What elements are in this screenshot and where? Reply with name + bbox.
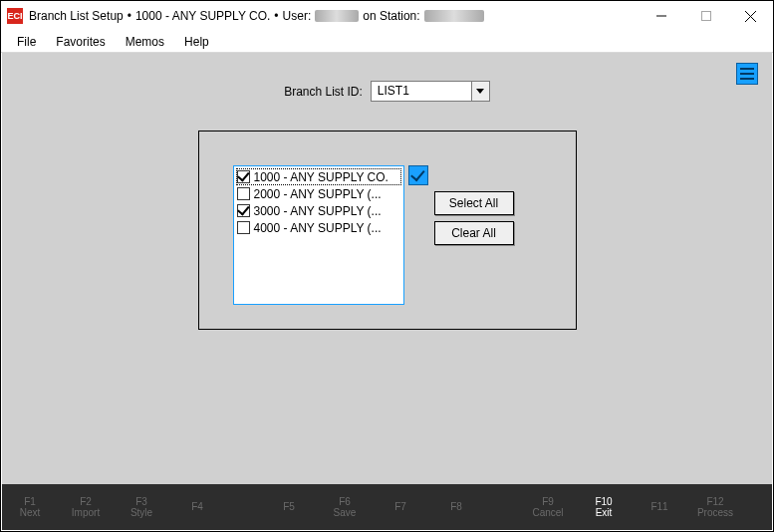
client-area: Branch List ID: LIST1 1000 - ANY SUPPLY … bbox=[2, 53, 772, 484]
fkey-f12[interactable]: F12Process bbox=[687, 496, 743, 519]
branch-id-label: Branch List ID: bbox=[284, 85, 363, 99]
list-item[interactable]: 4000 - ANY SUPPLY (... bbox=[236, 219, 401, 236]
menu-bar: File Favorites Memos Help bbox=[1, 31, 773, 53]
checkbox-icon[interactable] bbox=[237, 187, 250, 200]
fkey-key: F7 bbox=[373, 501, 428, 513]
fkey-label: Save bbox=[317, 507, 373, 519]
fkey-label: Import bbox=[58, 507, 114, 519]
minimize-icon bbox=[656, 11, 666, 21]
list-item-label: 4000 - ANY SUPPLY (... bbox=[254, 221, 382, 235]
fkey-f5[interactable]: F5 bbox=[261, 501, 317, 513]
fkey-f10[interactable]: F10Exit bbox=[576, 496, 632, 519]
fkey-f2[interactable]: F2Import bbox=[58, 496, 114, 519]
fkey-f11[interactable]: F11 bbox=[632, 501, 687, 513]
list-item-label: 3000 - ANY SUPPLY (... bbox=[254, 204, 382, 218]
chevron-down-icon[interactable] bbox=[471, 82, 489, 101]
function-key-bar: F1NextF2ImportF3StyleF4F5F6SaveF7F8F9Can… bbox=[2, 484, 772, 530]
branch-id-value: LIST1 bbox=[372, 82, 471, 101]
fkey-label: Cancel bbox=[520, 507, 576, 519]
branch-id-row: Branch List ID: LIST1 bbox=[2, 81, 772, 102]
title-sep: • bbox=[128, 9, 131, 23]
window-controls bbox=[639, 1, 773, 31]
maximize-button[interactable] bbox=[683, 1, 728, 31]
fkey-key: F1 bbox=[2, 496, 58, 508]
branch-listbox[interactable]: 1000 - ANY SUPPLY CO.2000 - ANY SUPPLY (… bbox=[233, 165, 404, 305]
title-user-prefix: User: bbox=[283, 9, 312, 23]
fkey-key: F6 bbox=[317, 496, 373, 508]
fkey-f6[interactable]: F6Save bbox=[317, 496, 373, 519]
fkey-key: F8 bbox=[428, 501, 484, 513]
menu-memos[interactable]: Memos bbox=[118, 33, 172, 51]
fkey-key: F12 bbox=[687, 496, 743, 508]
close-button[interactable] bbox=[728, 1, 773, 31]
fkey-key: F11 bbox=[632, 501, 687, 513]
fkey-f7[interactable]: F7 bbox=[373, 501, 428, 513]
title-station-prefix: on Station: bbox=[363, 9, 419, 23]
title-company: 1000 - ANY SUPPLY CO. bbox=[135, 9, 270, 23]
list-item-label: 1000 - ANY SUPPLY CO. bbox=[254, 170, 388, 184]
fkey-key: F3 bbox=[114, 496, 169, 508]
fkey-key: F10 bbox=[576, 496, 632, 508]
app-icon: ECI bbox=[7, 8, 23, 24]
title-bar: ECI Branch List Setup • 1000 - ANY SUPPL… bbox=[1, 1, 773, 31]
check-toggle-icon[interactable] bbox=[408, 165, 428, 185]
title-sep: • bbox=[274, 9, 278, 23]
fkey-label: Process bbox=[687, 507, 743, 519]
menu-help[interactable]: Help bbox=[176, 33, 217, 51]
fkey-f1[interactable]: F1Next bbox=[2, 496, 58, 519]
minimize-button[interactable] bbox=[639, 1, 683, 31]
select-all-button[interactable]: Select All bbox=[434, 191, 514, 215]
checkbox-icon[interactable] bbox=[237, 204, 250, 217]
title-window-name: Branch List Setup bbox=[29, 9, 124, 23]
fkey-label: Exit bbox=[576, 507, 632, 519]
fkey-f4[interactable]: F4 bbox=[169, 501, 225, 513]
svg-rect-1 bbox=[701, 12, 710, 21]
maximize-icon bbox=[701, 11, 711, 21]
branch-panel: 1000 - ANY SUPPLY CO.2000 - ANY SUPPLY (… bbox=[198, 131, 577, 330]
fkey-f9[interactable]: F9Cancel bbox=[520, 496, 576, 519]
list-item[interactable]: 2000 - ANY SUPPLY (... bbox=[236, 185, 401, 202]
checkbox-icon[interactable] bbox=[237, 221, 250, 234]
list-item[interactable]: 1000 - ANY SUPPLY CO. bbox=[236, 168, 401, 185]
fkey-key: F4 bbox=[169, 501, 225, 513]
checkbox-icon[interactable] bbox=[237, 170, 250, 183]
menu-file[interactable]: File bbox=[9, 33, 44, 51]
list-item-label: 2000 - ANY SUPPLY (... bbox=[254, 187, 382, 201]
clear-all-button[interactable]: Clear All bbox=[434, 221, 514, 245]
redacted-station bbox=[424, 10, 484, 22]
menu-favorites[interactable]: Favorites bbox=[48, 33, 113, 51]
window-title: Branch List Setup • 1000 - ANY SUPPLY CO… bbox=[29, 9, 484, 23]
fkey-key: F5 bbox=[261, 501, 317, 513]
fkey-label: Style bbox=[114, 507, 169, 519]
fkey-f8[interactable]: F8 bbox=[428, 501, 484, 513]
redacted-user bbox=[315, 10, 359, 22]
close-icon bbox=[745, 11, 756, 22]
list-item[interactable]: 3000 - ANY SUPPLY (... bbox=[236, 202, 401, 219]
fkey-f3[interactable]: F3Style bbox=[114, 496, 169, 519]
branch-id-combo[interactable]: LIST1 bbox=[371, 81, 490, 102]
fkey-key: F9 bbox=[520, 496, 576, 508]
fkey-key: F2 bbox=[58, 496, 114, 508]
fkey-label: Next bbox=[2, 507, 58, 519]
